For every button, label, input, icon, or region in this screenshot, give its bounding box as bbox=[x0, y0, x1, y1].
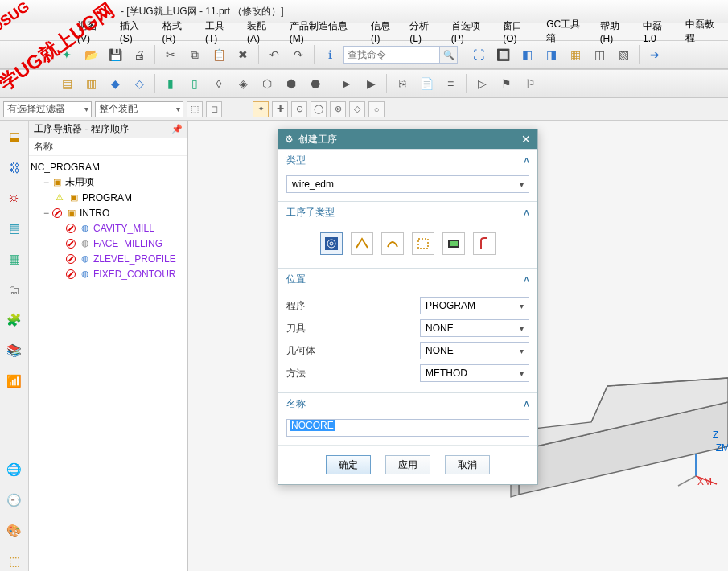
subtype-2-icon[interactable] bbox=[351, 232, 373, 255]
program-select[interactable]: PROGRAM bbox=[420, 297, 529, 314]
type-select[interactable]: wire_edm bbox=[286, 175, 529, 193]
new-icon[interactable]: ✦ bbox=[56, 44, 77, 65]
flt-btn-1[interactable]: ⬚ bbox=[187, 101, 203, 117]
selection-filter-combo[interactable]: 有选择过滤器 bbox=[3, 101, 92, 117]
open-icon[interactable]: 📂 bbox=[80, 44, 101, 65]
redo-icon[interactable]: ↷ bbox=[288, 44, 309, 65]
menu-help[interactable]: 帮助(H) bbox=[595, 18, 636, 46]
menu-info[interactable]: 信息(I) bbox=[366, 18, 403, 46]
tree-program[interactable]: PROGRAM bbox=[82, 192, 132, 203]
dialog-titlebar[interactable]: ⚙创建工序 ✕ bbox=[278, 129, 537, 149]
verify-icon[interactable]: ► bbox=[336, 73, 357, 94]
menu-preferences[interactable]: 首选项(P) bbox=[446, 18, 496, 46]
cam-op4-icon[interactable]: ◈ bbox=[232, 73, 253, 94]
tree-op-cavity[interactable]: CAVITY_MILL bbox=[93, 223, 154, 234]
delete-icon[interactable]: ✖ bbox=[232, 44, 253, 65]
shade-icon[interactable]: ◧ bbox=[516, 44, 537, 65]
print-icon[interactable]: 🖨 bbox=[129, 44, 150, 65]
geometry-select[interactable]: NONE bbox=[420, 342, 529, 359]
cam-op5-icon[interactable]: ⬡ bbox=[257, 73, 278, 94]
nav-palette-icon[interactable]: 🎨 bbox=[5, 521, 24, 540]
flag2-icon[interactable]: ⚐ bbox=[520, 73, 541, 94]
program-tree[interactable]: NC_PROGRAM −▣未用项 ⚠▣PROGRAM −▣INTRO ◍CAVI… bbox=[29, 156, 187, 571]
cam-geom-icon[interactable]: ◆ bbox=[105, 73, 125, 94]
list-icon[interactable]: ≡ bbox=[440, 73, 461, 94]
subtype-3-icon[interactable] bbox=[381, 232, 404, 255]
info-icon[interactable]: ℹ bbox=[319, 44, 340, 65]
command-input[interactable] bbox=[343, 46, 440, 64]
zoom-icon[interactable]: 🔲 bbox=[492, 44, 513, 65]
menu-gctoolbox[interactable]: GC工具箱 bbox=[541, 16, 593, 47]
snap-point-icon[interactable]: ✦ bbox=[253, 101, 269, 117]
pin-icon[interactable]: 📌 bbox=[171, 124, 183, 135]
tool-select[interactable]: NONE bbox=[420, 319, 529, 337]
nav-assy-icon[interactable]: 🧩 bbox=[5, 310, 24, 330]
subtype-5-icon[interactable] bbox=[442, 232, 465, 255]
nav-web-icon[interactable]: 📶 bbox=[5, 372, 24, 391]
nav-hist-icon[interactable]: 🗂 bbox=[5, 280, 24, 299]
nav-reuse-icon[interactable]: ▦ bbox=[5, 249, 24, 269]
section-name-header[interactable]: 名称ʌ bbox=[278, 393, 537, 414]
menu-view[interactable]: 视图(V) bbox=[72, 18, 113, 46]
flt-btn-2[interactable]: ◻ bbox=[206, 101, 222, 117]
subtype-1-icon[interactable] bbox=[320, 232, 343, 255]
flag-icon[interactable]: ⚑ bbox=[496, 73, 516, 94]
subtype-6-icon[interactable] bbox=[473, 232, 496, 255]
export-icon[interactable]: ➔ bbox=[644, 44, 665, 65]
wcs-icon[interactable]: ◫ bbox=[589, 44, 610, 65]
nav-roles-icon[interactable]: 📚 bbox=[5, 341, 24, 360]
section-type-header[interactable]: 类型ʌ bbox=[278, 150, 537, 170]
section-subtype-header[interactable]: 工序子类型ʌ bbox=[278, 202, 537, 223]
shop-doc-icon[interactable]: 📄 bbox=[416, 73, 437, 94]
menu-analysis[interactable]: 分析(L) bbox=[405, 18, 444, 46]
cam-op2-icon[interactable]: ▯ bbox=[184, 73, 205, 94]
close-icon[interactable]: ✕ bbox=[521, 133, 531, 146]
cam-op1-icon[interactable]: ▮ bbox=[160, 73, 181, 94]
tree-op-zlevel[interactable]: ZLEVEL_PROFILE bbox=[93, 253, 176, 265]
render-icon[interactable]: ◨ bbox=[541, 44, 561, 65]
name-input[interactable]: NOCORE bbox=[286, 419, 529, 437]
nav-sys-icon[interactable]: 🌐 bbox=[5, 460, 24, 479]
cancel-button[interactable]: 取消 bbox=[445, 455, 490, 474]
nav-more-icon[interactable]: ⬚ bbox=[5, 552, 24, 571]
tree-op-face[interactable]: FACE_MILLING bbox=[93, 238, 162, 249]
method-select[interactable]: METHOD bbox=[420, 364, 529, 382]
tree-root[interactable]: NC_PROGRAM bbox=[31, 162, 100, 173]
snap-mid-icon[interactable]: ✚ bbox=[272, 101, 288, 117]
nav-ops-icon[interactable]: ⬓ bbox=[5, 127, 24, 146]
column-header-name[interactable]: 名称 bbox=[29, 138, 187, 156]
cam-method-icon[interactable]: ◇ bbox=[129, 73, 150, 94]
section-location-header[interactable]: 位置ʌ bbox=[278, 269, 537, 290]
layer-icon[interactable]: ▦ bbox=[565, 44, 586, 65]
cam-tool-icon[interactable]: ▥ bbox=[80, 73, 101, 94]
menu-format[interactable]: 格式(R) bbox=[158, 18, 199, 46]
menu-zl1[interactable]: 中磊1.0 bbox=[638, 18, 679, 46]
subtype-4-icon[interactable] bbox=[412, 232, 434, 255]
cam-op6-icon[interactable]: ⬢ bbox=[281, 73, 302, 94]
nav-part-icon[interactable]: ▤ bbox=[5, 219, 24, 238]
menu-window[interactable]: 窗口(O) bbox=[498, 18, 540, 46]
simulate-icon[interactable]: ▶ bbox=[360, 73, 381, 94]
ok-button[interactable]: 确定 bbox=[326, 455, 371, 474]
play-icon[interactable]: ▷ bbox=[471, 73, 492, 94]
snap-ctr-icon[interactable]: ◯ bbox=[311, 101, 327, 117]
undo-icon[interactable]: ↶ bbox=[264, 44, 285, 65]
nav-geom-icon[interactable]: ⛭ bbox=[5, 188, 24, 207]
cut-icon[interactable]: ✂ bbox=[160, 44, 181, 65]
apply-button[interactable]: 应用 bbox=[385, 455, 430, 474]
cam-program-icon[interactable]: ▤ bbox=[56, 73, 77, 94]
menu-pmi[interactable]: 产品制造信息(M) bbox=[285, 18, 364, 46]
fit-icon[interactable]: ⛶ bbox=[468, 44, 489, 65]
menu-insert[interactable]: 插入(S) bbox=[115, 18, 156, 46]
tree-op-fixed[interactable]: FIXED_CONTOUR bbox=[93, 269, 175, 280]
cam-op7-icon[interactable]: ⬣ bbox=[305, 73, 326, 94]
snap-tan-icon[interactable]: ○ bbox=[368, 101, 385, 117]
paste-icon[interactable]: 📋 bbox=[208, 44, 229, 65]
scope-combo[interactable]: 整个装配 bbox=[95, 101, 183, 117]
snap-int-icon[interactable]: ⊗ bbox=[330, 101, 346, 117]
post-icon[interactable]: ⎘ bbox=[392, 73, 413, 94]
tree-unused[interactable]: 未用项 bbox=[65, 175, 94, 189]
tree-intro[interactable]: INTRO bbox=[80, 207, 109, 219]
view2-icon[interactable]: ▧ bbox=[613, 44, 634, 65]
snap-end-icon[interactable]: ⊙ bbox=[291, 101, 307, 117]
